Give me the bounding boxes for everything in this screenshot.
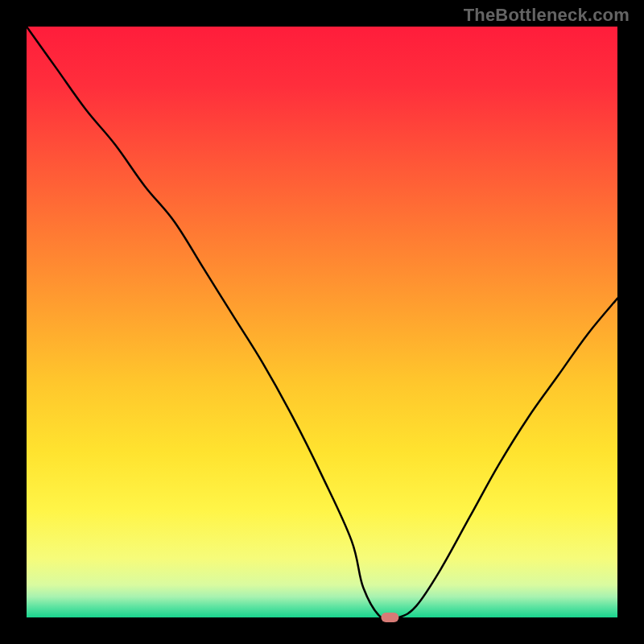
optimal-marker (381, 613, 398, 622)
plot-background (27, 27, 617, 617)
chart-container: TheBottleneck.com (0, 0, 644, 644)
watermark-text: TheBottleneck.com (464, 5, 630, 26)
bottleneck-chart (0, 0, 644, 644)
